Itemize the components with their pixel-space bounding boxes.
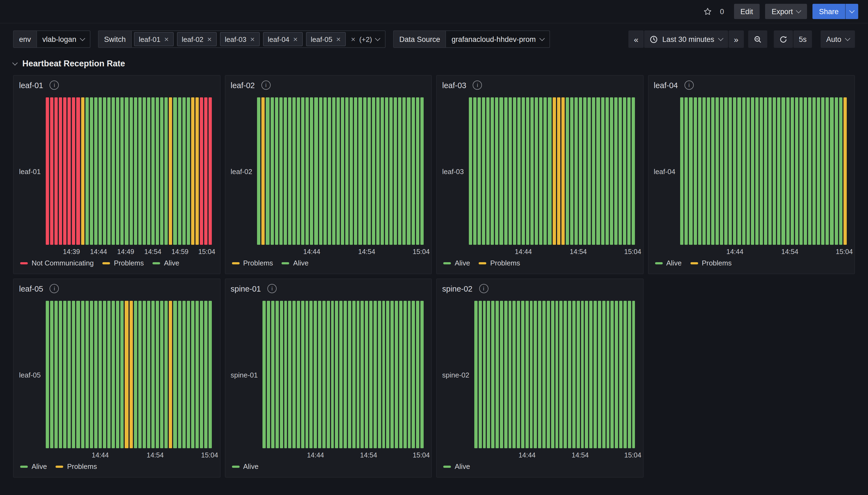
switch-tag[interactable]: leaf-02× — [177, 32, 217, 46]
auto-button[interactable]: Auto — [821, 31, 855, 48]
legend-item-alive[interactable]: Alive — [152, 259, 179, 267]
status-bar-alive — [592, 97, 595, 245]
clear-all-icon[interactable]: × — [351, 35, 355, 43]
plot-area: 14:4414:5415:04 — [257, 97, 424, 257]
status-bar-alive — [297, 301, 300, 448]
edit-button[interactable]: Edit — [734, 4, 760, 19]
status-bar-alive — [94, 97, 97, 245]
chevron-down-icon — [80, 36, 85, 41]
remove-tag-icon[interactable]: × — [250, 35, 255, 43]
status-bar-alive — [773, 97, 776, 245]
switch-tag[interactable]: leaf-04× — [263, 32, 302, 46]
status-bar-alive — [382, 301, 385, 448]
legend-item-problems[interactable]: Problems — [479, 259, 520, 267]
x-tick: 15:04 — [413, 248, 430, 256]
info-icon[interactable]: i — [473, 81, 482, 90]
legend-item-problems[interactable]: Problems — [232, 259, 273, 267]
switch-more-group[interactable]: × (+2) — [351, 35, 379, 43]
status-bar-alive — [323, 97, 326, 245]
refresh-interval-button[interactable]: 5s — [793, 31, 812, 48]
panel-title[interactable]: spine-01 — [231, 284, 261, 293]
legend-item-problems[interactable]: Problems — [102, 259, 144, 267]
y-axis-label: leaf-05 — [19, 301, 46, 460]
panel-title[interactable]: leaf-05 — [19, 284, 43, 293]
info-icon[interactable]: i — [50, 284, 59, 293]
legend-swatch — [55, 465, 63, 467]
time-shift-back-button[interactable]: « — [628, 31, 644, 48]
time-range-button[interactable]: Last 30 minutes — [644, 31, 728, 48]
legend-item-nc[interactable]: Not Communicating — [20, 259, 94, 267]
datasource-value[interactable]: grafanacloud-hhdev-prom — [446, 31, 550, 48]
legend-swatch — [20, 262, 28, 264]
legend-item-problems[interactable]: Problems — [690, 259, 732, 267]
chevron-down-icon — [375, 36, 381, 41]
info-icon[interactable]: i — [50, 81, 59, 90]
env-variable-value[interactable]: vlab-logan — [36, 31, 91, 48]
panel-title[interactable]: leaf-04 — [654, 81, 678, 89]
x-tick: 15:04 — [413, 451, 430, 459]
status-bar-alive — [389, 97, 393, 245]
panel-title[interactable]: leaf-02 — [231, 81, 255, 89]
legend-label: Not Communicating — [32, 259, 94, 267]
status-bar-alive — [538, 301, 542, 448]
info-icon[interactable]: i — [479, 284, 488, 293]
export-button[interactable]: Export — [765, 4, 807, 19]
legend-item-alive[interactable]: Alive — [443, 259, 470, 267]
share-menu-button[interactable] — [845, 4, 858, 19]
info-icon[interactable]: i — [261, 81, 271, 90]
status-bar-nc — [54, 97, 58, 245]
panel-title[interactable]: leaf-03 — [442, 81, 466, 89]
switch-tag[interactable]: leaf-03× — [220, 32, 260, 46]
panel-title[interactable]: leaf-01 — [19, 81, 43, 89]
status-bar-alive — [143, 97, 146, 245]
status-bar-alive — [340, 301, 343, 448]
status-bar-alive — [390, 301, 394, 448]
status-bar-alive — [174, 97, 177, 245]
switch-tag[interactable]: leaf-01× — [134, 32, 174, 46]
status-bar-alive — [263, 301, 266, 448]
info-icon[interactable]: i — [685, 81, 694, 90]
status-bar-alive — [280, 301, 283, 448]
panel-title[interactable]: spine-02 — [442, 284, 472, 293]
status-bar-alive — [151, 301, 155, 448]
switch-tag[interactable]: leaf-05× — [306, 32, 345, 46]
share-button[interactable]: Share — [813, 4, 845, 19]
status-bar-alive — [94, 301, 97, 448]
legend-item-alive[interactable]: Alive — [655, 259, 682, 267]
star-icon — [703, 7, 712, 16]
status-bar-alive — [120, 301, 124, 448]
clock-icon — [650, 35, 658, 43]
legend-item-problems[interactable]: Problems — [55, 462, 97, 471]
status-bar-alive — [54, 301, 58, 448]
remove-tag-icon[interactable]: × — [164, 35, 168, 43]
legend-item-alive[interactable]: Alive — [443, 462, 470, 471]
row-toggle[interactable]: Heartbeat Reception Rate — [13, 59, 855, 69]
refresh-button[interactable] — [774, 31, 793, 48]
status-bar-alive — [500, 301, 503, 448]
switch-tag-label: leaf-03 — [225, 35, 246, 43]
switch-tag-label: leaf-01 — [139, 35, 161, 43]
bars — [469, 97, 636, 245]
remove-tag-icon[interactable]: × — [207, 35, 212, 43]
switch-variable-value[interactable]: leaf-01×leaf-02×leaf-03×leaf-04×leaf-05×… — [131, 31, 386, 48]
star-button[interactable] — [701, 5, 715, 18]
remove-tag-icon[interactable]: × — [293, 35, 298, 43]
panel: spine-01 i spine-01 14:4414:5415:04 Aliv… — [225, 278, 432, 478]
zoom-out-button[interactable] — [748, 31, 767, 48]
legend-item-alive[interactable]: Alive — [282, 259, 309, 267]
status-bar-alive — [116, 301, 119, 448]
time-shift-forward-button[interactable]: » — [728, 31, 744, 48]
info-icon[interactable]: i — [267, 284, 277, 293]
status-bar-alive — [363, 97, 366, 245]
panel: spine-02 i spine-02 14:4414:5415:04 Aliv… — [436, 278, 643, 478]
remove-tag-icon[interactable]: × — [336, 35, 341, 43]
legend-label: Alive — [455, 462, 470, 471]
refresh-group: 5s — [774, 31, 812, 48]
legend-item-alive[interactable]: Alive — [20, 462, 47, 471]
status-bar-alive — [504, 97, 507, 245]
y-axis-label: leaf-02 — [231, 97, 257, 257]
panel: leaf-04 i leaf-04 14:4414:5415:04 AliveP… — [648, 75, 855, 274]
status-bar-alive — [134, 97, 137, 245]
status-bar-alive — [310, 97, 313, 245]
legend-item-alive[interactable]: Alive — [232, 462, 258, 471]
